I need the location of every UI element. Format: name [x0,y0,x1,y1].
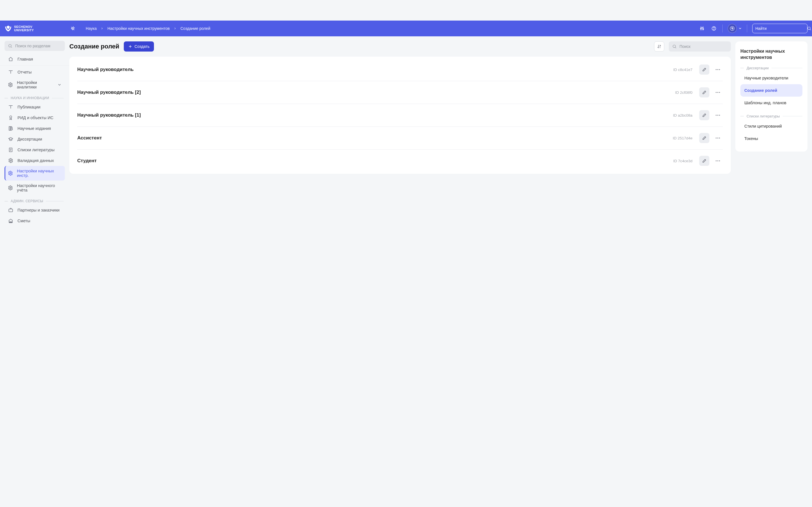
sidebar-item-label: Настройки аналитики [17,80,54,89]
sliders-icon[interactable] [699,25,705,32]
more-button[interactable] [713,133,723,143]
breadcrumb-item[interactable]: Создание ролей [181,26,210,31]
edit-button[interactable] [699,156,709,166]
role-title: Студент [77,158,97,164]
body: Главная Отчеты Настройки аналитики [0,36,812,507]
svg-point-2 [703,29,704,30]
sidebar-item-label: Списки литературы [17,148,54,152]
svg-point-26 [719,115,720,115]
more-button[interactable] [713,110,723,120]
chevron-down-icon [57,83,61,87]
right-group-label: Списки литературы [747,114,780,118]
sidebar-item-validation[interactable]: Валидация данных [4,155,65,166]
svg-point-22 [717,92,718,93]
svg-point-9 [10,116,12,118]
more-button[interactable] [713,156,723,166]
list-search[interactable] [669,41,731,52]
book-open-icon [8,69,13,75]
book-icon [8,105,13,110]
more-button[interactable] [713,87,723,98]
roles-card: Научный руководитель ID c8c41e7 Научный … [69,57,731,174]
right-item-citation-styles[interactable]: Стили цитирований [741,120,802,132]
user-menu[interactable] [728,24,742,33]
page-title: Создание ролей [69,43,119,50]
breadcrumb-item[interactable]: Настройки научных инструментов [107,26,170,31]
sidebar-item-label: Сметы [17,219,30,223]
nav-top: Главная Отчеты Настройки аналитики [4,54,65,92]
sidebar-item-analytics-settings[interactable]: Настройки аналитики [4,77,65,92]
sidebar-item-sci-accounting[interactable]: Настройки научного учёта [4,180,65,195]
svg-point-30 [716,160,716,161]
briefcase-icon [8,208,13,213]
svg-point-19 [717,69,718,70]
sidebar-item-label: Научные издания [17,126,51,131]
section-label: Админ. сервисы [11,199,43,203]
right-item-tokens[interactable]: Токены [741,132,802,145]
create-button[interactable]: Создать [124,41,154,52]
chevron-right-icon [101,27,103,30]
svg-point-25 [717,115,718,115]
sidebar: Главная Отчеты Настройки аналитики [0,36,69,507]
pencil-icon [702,113,707,117]
edit-button[interactable] [699,133,709,143]
svg-point-20 [719,69,720,70]
sidebar-item-dissertations[interactable]: Диссертации [4,134,65,145]
global-search[interactable] [752,24,808,33]
role-id: ID 2cf08f0 [675,91,693,95]
sidebar-item-estimates[interactable]: Сметы [4,216,65,226]
help-icon[interactable] [711,25,717,32]
svg-point-8 [10,84,11,86]
edit-button[interactable] [699,87,709,98]
fingerprint-icon [728,24,737,33]
main: Создание ролей Создать [69,36,812,507]
svg-rect-16 [9,209,13,212]
dots-icon [716,115,720,116]
sidebar-item-label: Публикации [17,105,40,109]
more-button[interactable] [713,64,723,75]
sidebar-search[interactable] [4,41,65,51]
right-item-plan-templates[interactable]: Шаблоны инд. планов [741,97,802,109]
right-item-create-roles[interactable]: Создание ролей [741,84,802,97]
right-item-supervisors[interactable]: Научные руководители [741,72,802,84]
gear-icon [8,171,13,176]
sidebar-item-publications[interactable]: Публикации [4,102,65,112]
center-column: Создание ролей Создать [69,41,731,507]
svg-point-14 [10,173,11,174]
sidebar-item-journals[interactable]: Научные издания [4,123,65,134]
sidebar-item-sci-instruments[interactable]: Настройки научных инстр. [4,166,65,180]
svg-point-23 [719,92,720,93]
brand: SECHENOV UNIVERSITY [4,25,69,32]
sidebar-item-home[interactable]: Главная [4,54,65,64]
table-row[interactable]: Научный руководитель ID c8c41e7 [77,58,723,81]
global-search-input[interactable] [755,26,805,31]
sidebar-item-lit-lists[interactable]: Списки литературы [4,145,65,155]
search-icon [672,44,677,49]
section-label: Наука и инновации [11,96,49,100]
sidebar-item-reports[interactable]: Отчеты [4,67,65,77]
gear-icon [8,158,13,163]
table-row[interactable]: Студент ID 7c4ce3d [77,149,723,172]
app: SECHENOV UNIVERSITY Наука Настройки науч… [0,0,812,507]
right-panel-title: Настройки научных инструментов [741,48,802,61]
list-search-input[interactable] [679,44,729,49]
table-row[interactable]: Научный руководитель [1] ID a2bc08a [77,104,723,126]
role-id: ID 2517d4e [673,136,693,140]
table-row[interactable]: Ассистент ID 2517d4e [77,126,723,149]
brand-line-2: UNIVERSITY [14,29,34,32]
right-group-lit-lists: Списки литературы [741,114,802,118]
breadcrumb-item[interactable]: Наука [86,26,97,31]
sidebar-item-label: Настройки научного учёта [17,183,61,192]
bank-icon [8,218,13,223]
sort-button[interactable] [654,41,664,52]
table-row[interactable]: Научный руководитель [2] ID 2cf08f0 [77,81,723,104]
sidebar-search-input[interactable] [15,44,64,48]
sidebar-item-label: Настройки научных инстр. [17,169,61,178]
sidebar-item-rid[interactable]: РИД и объекты ИС [4,112,65,123]
sidebar-item-partners[interactable]: Партнеры и заказчики [4,205,65,216]
edit-button[interactable] [699,110,709,120]
edit-button[interactable] [699,64,709,75]
pin-icon[interactable] [69,26,77,31]
svg-point-4 [714,29,714,30]
role-title: Научный руководитель [1] [77,112,141,118]
pencil-icon [702,159,707,163]
